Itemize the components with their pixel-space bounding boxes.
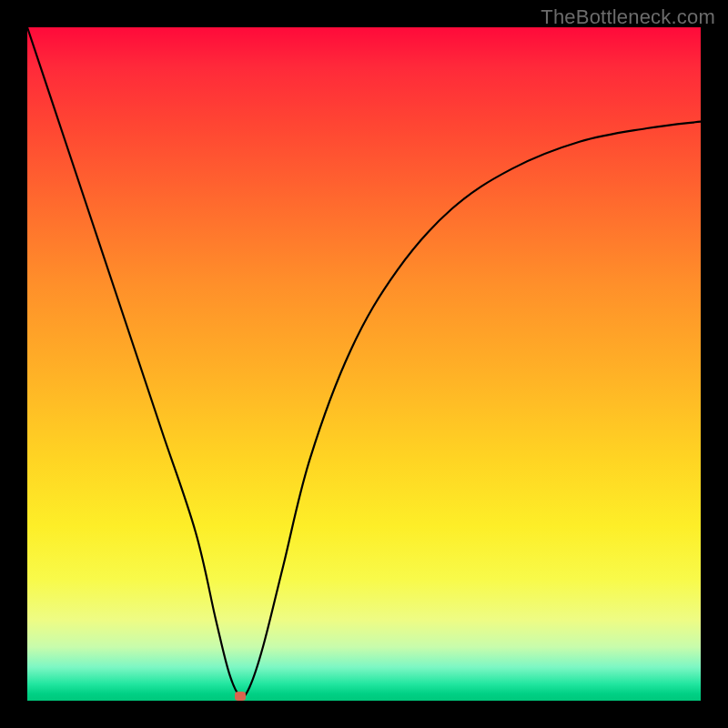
plot-area [27,27,701,701]
minimum-marker [235,692,246,701]
watermark-text: TheBottleneck.com [541,5,715,29]
bottleneck-curve [27,27,701,701]
chart-frame: TheBottleneck.com [0,0,728,728]
